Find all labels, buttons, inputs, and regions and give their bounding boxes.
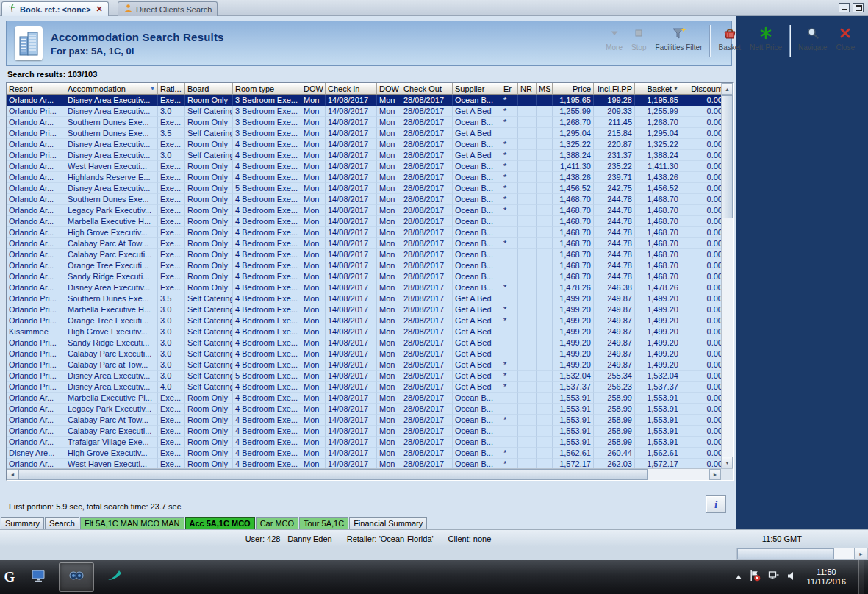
volume-icon[interactable] xyxy=(787,570,797,584)
tab-booking-ref[interactable]: Book. ref.: <none> ✕ xyxy=(1,1,109,16)
grid-column-header[interactable]: Incl.Fl.PP xyxy=(594,83,635,95)
table-cell: * xyxy=(501,172,518,183)
hscroll-thumb[interactable] xyxy=(18,469,648,480)
table-cell: 14/08/2017 xyxy=(326,326,377,337)
table-cell: 14/08/2017 xyxy=(326,426,377,437)
table-cell: Mon xyxy=(377,260,401,271)
table-row[interactable]: KissimmeeHigh Grove Executiv...3.0Self C… xyxy=(7,326,721,337)
table-row[interactable]: Orlando Ar...Southern Dunes Exe...Exe...… xyxy=(7,194,721,205)
grid-column-header[interactable]: Discount xyxy=(681,83,721,95)
grid-column-header[interactable]: Board xyxy=(185,83,233,95)
stop-button[interactable]: Stop xyxy=(627,24,651,53)
table-cell: 1,468.70 xyxy=(553,194,594,205)
network-icon[interactable] xyxy=(768,570,780,584)
minimize-button[interactable] xyxy=(839,3,850,12)
table-row[interactable]: Orlando Ar...Disney Area Executiv...Exe.… xyxy=(7,282,721,293)
table-row[interactable]: Orlando Ar...Calabay Parc At Tow...Exe..… xyxy=(7,238,721,249)
table-cell: 1,553.91 xyxy=(553,415,594,426)
taskbar-app-button-2[interactable] xyxy=(59,562,94,592)
grid-column-header[interactable]: MS xyxy=(537,83,553,95)
bottom-tab-1[interactable]: Search xyxy=(45,517,79,529)
table-row[interactable]: Orlando Ar...Calabay Parc At Tow...Exe..… xyxy=(7,415,721,426)
grid-column-header[interactable]: Resort xyxy=(7,83,65,95)
table-row[interactable]: Orlando Pri...Disney Area Executiv...3.0… xyxy=(7,150,721,161)
outer-scroll-right-icon[interactable]: ► xyxy=(854,548,867,559)
table-row[interactable]: Orlando Pri...Disney Area Executiv...4.0… xyxy=(7,382,721,393)
scroll-up-icon[interactable]: ▲ xyxy=(722,83,733,95)
grid-vertical-scrollbar[interactable]: ▲ ▼ xyxy=(721,83,733,468)
tray-clock[interactable]: 11:50 11/11/2016 xyxy=(804,568,849,587)
table-row[interactable]: Disney Are...High Grove Executiv...Exe..… xyxy=(7,448,721,459)
table-row[interactable]: Orlando Ar...Calabay Parc Executi...Exe.… xyxy=(7,426,721,437)
table-row[interactable]: Orlando Pri...Calabay Parc at Tow...3.0S… xyxy=(7,359,721,371)
table-row[interactable]: Orlando Ar...West Haven Executi...Exe...… xyxy=(7,161,721,172)
table-row[interactable]: Orlando Ar...Legacy Park Executiv...Exe.… xyxy=(7,205,721,216)
grid-column-header[interactable]: Room type xyxy=(233,83,301,95)
grid-column-header[interactable]: Price xyxy=(553,83,594,95)
table-row[interactable]: Orlando Ar...Legacy Park Executiv...Exe.… xyxy=(7,404,721,415)
table-row[interactable]: Orlando Ar...Disney Area Executiv...Exe.… xyxy=(7,139,721,150)
grid-column-header[interactable]: DOW xyxy=(377,83,401,95)
table-cell: Ocean B... xyxy=(453,404,501,415)
close-button[interactable]: Close xyxy=(831,24,859,53)
grid-column-header[interactable]: Basket▼ xyxy=(635,83,681,95)
table-row[interactable]: Orlando Pri...Orange Tree Executi...3.0S… xyxy=(7,315,721,326)
grid-horizontal-scrollbar[interactable]: ◄ ► xyxy=(7,468,721,480)
taskbar-app-button-1[interactable] xyxy=(21,562,56,592)
taskbar-app-button-3[interactable] xyxy=(97,562,132,592)
grid-column-header[interactable]: Accommodation▼ xyxy=(65,83,158,95)
grid-column-header[interactable]: Check In xyxy=(326,83,377,95)
grid-column-header[interactable]: Er xyxy=(501,83,518,95)
table-row[interactable]: Orlando Pri...Sandy Ridge Executi...3.0S… xyxy=(7,337,721,348)
table-row[interactable]: Orlando Ar...Highlands Reserve E...Exe..… xyxy=(7,172,721,183)
grid-column-header[interactable]: NR xyxy=(518,83,537,95)
table-row[interactable]: Orlando Pri...Marbella Executive H...3.0… xyxy=(7,304,721,315)
grid-column-header[interactable]: DOW xyxy=(301,83,326,95)
bottom-tab-3[interactable]: Acc 5A,1C MCO xyxy=(185,517,255,529)
table-row[interactable]: Orlando Pri...Disney Area Executiv...3.0… xyxy=(7,106,721,117)
table-row[interactable]: Orlando Ar...Southern Dunes Exe...Exe...… xyxy=(7,117,721,128)
table-row[interactable]: Orlando Ar...West Haven Executi...Exe...… xyxy=(7,459,721,468)
outer-hscroll-thumb[interactable] xyxy=(737,548,834,559)
column-filter-icon[interactable]: ▼ xyxy=(150,86,155,91)
table-row[interactable]: Orlando Ar...Disney Area Executiv...Exe.… xyxy=(7,183,721,194)
g-logo[interactable]: G xyxy=(0,560,19,594)
basket-button[interactable]: Basket xyxy=(714,24,745,53)
vscroll-thumb[interactable] xyxy=(722,95,733,218)
table-row[interactable]: Orlando Ar...Orange Tree Executi...Exe..… xyxy=(7,260,721,271)
scroll-right-icon[interactable]: ► xyxy=(709,469,721,480)
grid-column-header[interactable]: Check Out xyxy=(401,83,453,95)
action-center-flag-icon[interactable] xyxy=(749,570,761,584)
more-button[interactable]: More xyxy=(601,24,627,53)
table-row[interactable]: Orlando Pri...Southern Dunes Exe...3.5Se… xyxy=(7,128,721,139)
table-row[interactable]: Orlando Pri...Disney Area Executiv...3.0… xyxy=(7,371,721,382)
outer-horizontal-scrollbar[interactable]: ► xyxy=(736,548,868,560)
hidden-icons-arrow-icon[interactable] xyxy=(736,575,742,579)
table-row[interactable]: Orlando Ar...High Grove Executiv...Exe..… xyxy=(7,227,721,238)
table-row[interactable]: Orlando Pri...Calabay Parc Executi...3.0… xyxy=(7,348,721,359)
show-desktop-button[interactable] xyxy=(858,560,864,594)
table-row[interactable]: Orlando Ar...Sandy Ridge Executi...Exe..… xyxy=(7,271,721,282)
navigate-button[interactable]: Navigate xyxy=(794,24,831,53)
info-button[interactable]: i xyxy=(706,495,726,513)
scroll-down-icon[interactable]: ▼ xyxy=(722,457,733,468)
bottom-tab-4[interactable]: Car MCO xyxy=(256,517,298,529)
tab-direct-clients-search[interactable]: Direct Clients Search xyxy=(118,1,218,16)
grid-column-header[interactable]: Supplier xyxy=(453,83,501,95)
table-row[interactable]: Orlando Ar...Trafalgar Village Exe...Exe… xyxy=(7,437,721,448)
table-row[interactable]: Orlando Ar...Calabay Parc Executi...Exe.… xyxy=(7,249,721,260)
table-row[interactable]: Orlando Ar...Disney Area Executiv...Exe.… xyxy=(7,95,721,106)
table-row[interactable]: Orlando Ar...Marbella Executive Pl...Exe… xyxy=(7,393,721,404)
tab-close-icon[interactable]: ✕ xyxy=(96,4,103,14)
bottom-tab-5[interactable]: Tour 5A,1C xyxy=(299,517,348,529)
bottom-tab-2[interactable]: Flt 5A,1C MAN MCO MAN xyxy=(80,517,184,529)
maximize-button[interactable] xyxy=(853,3,864,12)
nett-price-button[interactable]: Nett Price xyxy=(745,24,786,53)
table-row[interactable]: Orlando Pri...Southern Dunes Exe...3.5Se… xyxy=(7,293,721,304)
bottom-tab-6[interactable]: Financial Summary xyxy=(349,517,427,529)
grid-column-header[interactable]: Rati... xyxy=(158,83,185,95)
scroll-left-icon[interactable]: ◄ xyxy=(7,469,18,480)
facilities-filter-button[interactable]: Facilities Filter xyxy=(651,24,707,53)
bottom-tab-0[interactable]: Summary xyxy=(1,517,44,529)
table-row[interactable]: Orlando Ar...Marbella Executive H...Exe.… xyxy=(7,216,721,227)
